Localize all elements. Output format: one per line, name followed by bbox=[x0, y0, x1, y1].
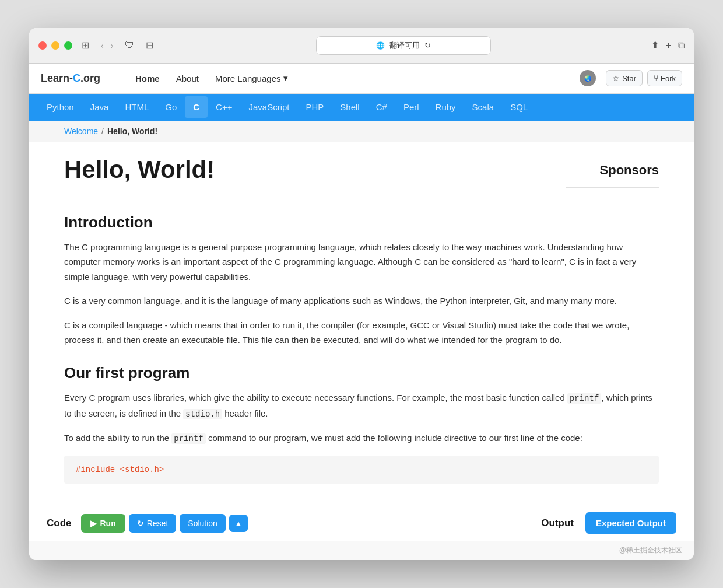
lang-perl[interactable]: Perl bbox=[395, 96, 427, 118]
lang-scala[interactable]: Scala bbox=[464, 96, 503, 118]
sponsors-divider bbox=[566, 187, 659, 188]
address-bar[interactable]: 🌐 翻译可用 ↻ bbox=[316, 36, 491, 55]
run-icon: ▶ bbox=[90, 519, 97, 528]
logo-accent: C bbox=[73, 72, 80, 84]
breadcrumb: Welcome / Hello, World! bbox=[29, 121, 694, 142]
language-bar: Python Java HTML Go C C++ JavaScript PHP… bbox=[29, 94, 694, 121]
fork-button[interactable]: ⑂ Fork bbox=[647, 70, 682, 86]
main-content: Hello, World! Sponsors Introduction The … bbox=[29, 142, 694, 505]
expected-output-button[interactable]: Expected Output bbox=[585, 512, 676, 534]
traffic-light-maximize[interactable] bbox=[64, 41, 72, 50]
back-button[interactable]: ‹ bbox=[99, 40, 106, 51]
first-program-paragraph-1: Every C program uses libraries, which gi… bbox=[64, 390, 659, 422]
fp1-after: header file. bbox=[222, 408, 268, 418]
fp1-before: Every C program uses libraries, which gi… bbox=[64, 393, 567, 402]
traffic-lights bbox=[38, 41, 72, 50]
sponsors-title: Sponsors bbox=[566, 160, 659, 178]
shield-icon: 🛡 bbox=[122, 39, 136, 52]
intro-paragraph-2: C is a very common language, and it is t… bbox=[64, 293, 659, 309]
github-buttons: 🌏 ☆ Star ⑂ Fork bbox=[580, 70, 682, 86]
title-bar: ⊞ ‹ › 🛡 ⊟ 🌐 翻译可用 ↻ ⬆ + ⧉ bbox=[29, 28, 694, 64]
intro-section-title: Introduction bbox=[64, 214, 659, 232]
collapse-button[interactable]: ▲ bbox=[229, 514, 248, 532]
lang-c[interactable]: C bbox=[185, 96, 208, 118]
nav-links: Home About More Languages ▾ bbox=[128, 68, 294, 88]
solution-label: Solution bbox=[188, 519, 217, 528]
solution-button[interactable]: Solution bbox=[180, 514, 226, 533]
fp2-before: To add the ability to run the bbox=[64, 433, 171, 443]
page-content: Hello, World! Sponsors Introduction The … bbox=[29, 142, 694, 505]
forward-button[interactable]: › bbox=[108, 40, 116, 51]
share-icon[interactable]: ⬆ bbox=[651, 40, 659, 51]
lang-python[interactable]: Python bbox=[38, 96, 82, 118]
bottom-bar: Code ▶ Run ↻ Reset Solution ▲ Output bbox=[29, 505, 694, 541]
watermark: @稀土掘金技术社区 bbox=[29, 541, 694, 560]
bottom-buttons: ▶ Run ↻ Reset Solution ▲ bbox=[81, 514, 248, 533]
code-include: #include <stdio.h> bbox=[76, 465, 164, 474]
refresh-icon: ↻ bbox=[424, 41, 431, 50]
lang-java[interactable]: Java bbox=[82, 96, 117, 118]
fork-label: Fork bbox=[661, 74, 676, 83]
printf-code-2: printf bbox=[171, 433, 205, 444]
lang-html[interactable]: HTML bbox=[117, 96, 157, 118]
avatar: 🌏 bbox=[580, 70, 596, 86]
code-block: #include <stdio.h> bbox=[64, 456, 659, 484]
nav-more-languages[interactable]: More Languages ▾ bbox=[208, 68, 295, 88]
sidebar-toggle-icon[interactable]: ⊞ bbox=[79, 38, 92, 52]
address-bar-wrapper: 🌐 翻译可用 ↻ bbox=[163, 36, 644, 55]
address-text: 翻译可用 bbox=[389, 40, 420, 51]
page-title: Hello, World! bbox=[64, 156, 215, 184]
lang-ruby[interactable]: Ruby bbox=[427, 96, 464, 118]
code-label: Code bbox=[47, 517, 72, 529]
top-nav: Learn-C.org Home About More Languages ▾ … bbox=[29, 64, 694, 94]
lang-csharp[interactable]: C# bbox=[368, 96, 395, 118]
bookmark-icon[interactable]: ⊟ bbox=[143, 38, 156, 52]
browser-actions: ⬆ + ⧉ bbox=[651, 40, 685, 51]
reset-label: Reset bbox=[147, 519, 169, 528]
first-program-title: Our first program bbox=[64, 364, 659, 382]
lang-sql[interactable]: SQL bbox=[502, 96, 536, 118]
star-icon: ☆ bbox=[612, 74, 620, 83]
breadcrumb-welcome[interactable]: Welcome bbox=[64, 127, 98, 136]
nav-about[interactable]: About bbox=[169, 69, 206, 88]
logo-suffix: .org bbox=[80, 72, 100, 84]
watermark-text: @稀土掘金技术社区 bbox=[619, 546, 682, 554]
nav-home[interactable]: Home bbox=[128, 69, 167, 88]
bottom-left: Code ▶ Run ↻ Reset Solution ▲ bbox=[47, 514, 248, 533]
nav-arrows: ‹ › bbox=[99, 40, 115, 51]
breadcrumb-current: Hello, World! bbox=[107, 127, 157, 136]
more-languages-label: More Languages bbox=[215, 74, 281, 83]
fp2-after: command to our program, we must add the … bbox=[206, 433, 582, 443]
reset-icon: ↻ bbox=[137, 519, 144, 528]
logo-text: Learn- bbox=[41, 72, 73, 84]
lang-shell[interactable]: Shell bbox=[332, 96, 367, 118]
expected-output-label: Expected Output bbox=[596, 518, 666, 528]
lang-go[interactable]: Go bbox=[157, 96, 185, 118]
first-program-paragraph-2: To add the ability to run the printf com… bbox=[64, 430, 659, 446]
stdio-code: stdio.h bbox=[183, 409, 222, 419]
new-tab-icon[interactable]: + bbox=[666, 40, 671, 51]
translate-icon: 🌐 bbox=[376, 41, 385, 50]
lang-cpp[interactable]: C++ bbox=[208, 96, 240, 118]
star-label: Star bbox=[622, 74, 636, 83]
bottom-right: Output Expected Output bbox=[541, 512, 676, 534]
reset-button[interactable]: ↻ Reset bbox=[129, 514, 177, 533]
site-logo[interactable]: Learn-C.org bbox=[41, 72, 100, 85]
tab-overview-icon[interactable]: ⧉ bbox=[678, 40, 685, 51]
intro-paragraph-1: The C programming language is a general … bbox=[64, 240, 659, 285]
lang-javascript[interactable]: JavaScript bbox=[240, 96, 297, 118]
traffic-light-minimize[interactable] bbox=[51, 41, 59, 50]
lang-php[interactable]: PHP bbox=[297, 96, 332, 118]
chevron-down-icon: ▾ bbox=[283, 73, 288, 83]
star-button[interactable]: ☆ Star bbox=[606, 70, 643, 86]
fork-icon: ⑂ bbox=[654, 74, 658, 83]
run-button[interactable]: ▶ Run bbox=[81, 514, 125, 533]
breadcrumb-separator: / bbox=[101, 127, 104, 136]
browser-window: ⊞ ‹ › 🛡 ⊟ 🌐 翻译可用 ↻ ⬆ + ⧉ Learn-C.org Hom bbox=[29, 28, 694, 560]
output-label: Output bbox=[541, 517, 574, 529]
run-label: Run bbox=[100, 519, 116, 528]
printf-code-1: printf bbox=[567, 393, 601, 404]
intro-paragraph-3: C is a compiled language - which means t… bbox=[64, 318, 659, 348]
collapse-icon: ▲ bbox=[235, 519, 242, 527]
traffic-light-close[interactable] bbox=[38, 41, 47, 50]
